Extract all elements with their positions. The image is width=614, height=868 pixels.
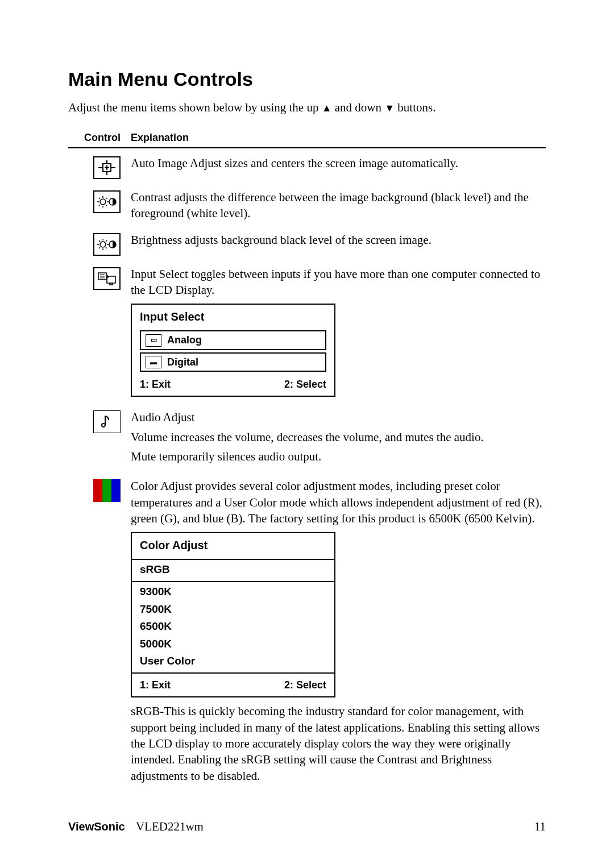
osd-input-select: Input Select ▭ Analog ▬ Digital 1: Exit … — [131, 304, 335, 397]
input-select-text: Input Select toggles between inputs if y… — [131, 266, 546, 298]
auto-image-icon — [93, 156, 121, 179]
row-color-adjust: Color Adjust provides several color adju… — [68, 478, 546, 787]
svg-line-24 — [99, 247, 100, 248]
osd-color-select: 2: Select — [284, 678, 326, 692]
osd-input-analog-label: Analog — [167, 333, 202, 347]
svg-line-14 — [99, 205, 100, 206]
osd-color-item-3: 6500K — [132, 618, 334, 636]
srgb-note: sRGB-This is quickly becoming the indust… — [131, 703, 546, 784]
footer-model: VLED221wm — [136, 820, 204, 833]
table-header: Control Explanation — [68, 132, 546, 148]
svg-line-22 — [99, 240, 100, 242]
osd-input-analog: ▭ Analog — [140, 330, 326, 350]
row-brightness: Brightness adjusts background black leve… — [68, 232, 546, 256]
brightness-text: Brightness adjusts background black leve… — [131, 232, 546, 248]
intro-text: Adjust the menu items shown below by usi… — [68, 101, 546, 115]
down-triangle-icon: ▼ — [384, 102, 395, 114]
osd-color-item-0: sRGB — [132, 561, 334, 579]
row-input-select: Input Select toggles between inputs if y… — [68, 266, 546, 400]
intro-mid: and down — [331, 101, 384, 114]
col-control: Control — [68, 132, 131, 144]
footer-page-num: 11 — [534, 820, 546, 834]
footer-brand: ViewSonic — [68, 820, 125, 833]
row-audio: Audio Adjust Volume increases the volume… — [68, 409, 546, 468]
svg-line-15 — [106, 205, 107, 206]
contrast-text: Contrast adjusts the difference between … — [131, 189, 546, 222]
svg-point-7 — [100, 199, 106, 205]
digital-mini-icon: ▬ — [146, 356, 161, 368]
input-select-icon — [93, 267, 121, 290]
row-auto-image: Auto Image Adjust sizes and centers the … — [68, 155, 546, 179]
intro-suffix: buttons. — [395, 101, 435, 114]
osd-color-item-1: 9300K — [132, 583, 334, 601]
col-explanation: Explanation — [131, 132, 189, 144]
analog-mini-icon: ▭ — [146, 334, 161, 347]
page-title: Main Menu Controls — [68, 68, 546, 90]
color-adjust-text: Color Adjust provides several color adju… — [131, 478, 546, 526]
audio-mute-text: Mute temporarily silences audio output. — [131, 448, 546, 464]
intro-prefix: Adjust the menu items shown below by usi… — [68, 101, 322, 114]
osd-color-exit: 1: Exit — [140, 678, 171, 692]
svg-rect-32 — [110, 283, 113, 285]
osd-input-digital-label: Digital — [167, 355, 198, 369]
osd-input-digital: ▬ Digital — [140, 352, 326, 372]
osd-color-item-5: User Color — [132, 653, 334, 670]
color-adjust-icon — [93, 479, 121, 502]
osd-color-adjust: Color Adjust sRGB 9300K 7500K 6500K 5000… — [131, 532, 335, 697]
audio-title: Audio Adjust — [131, 409, 546, 425]
row-contrast: Contrast adjusts the difference between … — [68, 189, 546, 222]
contrast-icon — [93, 190, 121, 213]
svg-point-17 — [100, 242, 106, 247]
osd-input-title: Input Select — [132, 305, 334, 328]
up-triangle-icon: ▲ — [322, 102, 332, 114]
osd-input-select: 2: Select — [284, 377, 326, 391]
osd-color-item-4: 5000K — [132, 636, 334, 653]
auto-image-text: Auto Image Adjust sizes and centers the … — [131, 155, 546, 171]
audio-volume-text: Volume increases the volume, decreases t… — [131, 429, 546, 445]
svg-line-23 — [106, 240, 107, 242]
svg-line-25 — [106, 247, 107, 248]
brightness-icon — [93, 233, 121, 256]
page-footer: ViewSonic VLED221wm 11 — [68, 820, 546, 834]
svg-line-13 — [106, 198, 107, 199]
osd-color-item-2: 7500K — [132, 601, 334, 618]
osd-color-title: Color Adjust — [132, 533, 334, 556]
osd-input-exit: 1: Exit — [140, 377, 171, 391]
audio-icon — [93, 410, 121, 433]
svg-line-12 — [99, 198, 100, 199]
